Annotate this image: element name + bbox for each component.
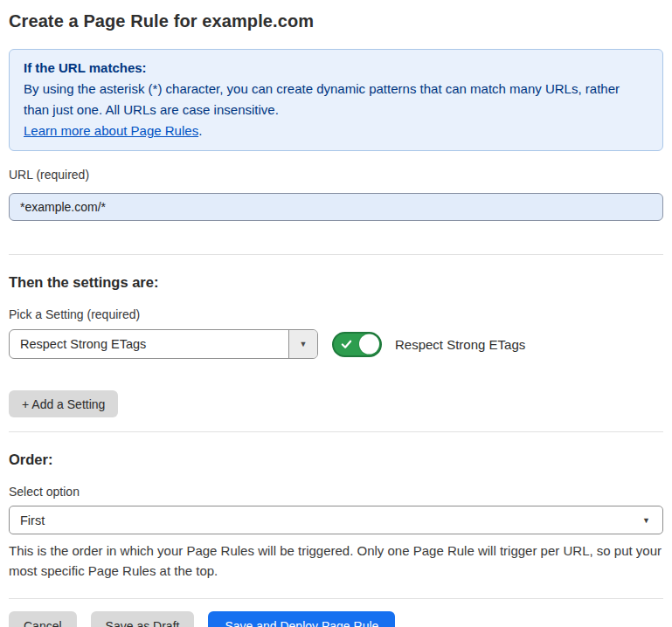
link-period: . [198, 123, 202, 138]
chevron-down-icon: ▼ [642, 516, 650, 525]
order-select[interactable]: First ▼ [9, 506, 663, 534]
setting-dropdown-arrow-button[interactable]: ▼ [288, 330, 317, 358]
footer-actions: Cancel Save as Draft Save and Deploy Pag… [9, 611, 663, 627]
setting-dropdown[interactable]: Respect Strong ETags ▼ [9, 329, 318, 359]
info-box-body: By using the asterisk (*) character, you… [24, 79, 648, 121]
setting-dropdown-value: Respect Strong ETags [10, 330, 288, 358]
order-select-value: First [20, 513, 45, 527]
page-rule-form: Create a Page Rule for example.com If th… [0, 10, 672, 627]
setting-row: Respect Strong ETags ▼ Respect Strong ET… [9, 329, 663, 359]
url-field-label: URL (required) [9, 168, 663, 183]
page-title: Create a Page Rule for example.com [9, 10, 663, 31]
divider [9, 431, 663, 432]
save-deploy-button[interactable]: Save and Deploy Page Rule [208, 611, 395, 627]
url-match-info-box: If the URL matches: By using the asteris… [9, 49, 663, 151]
chevron-down-icon: ▼ [300, 340, 308, 348]
pick-setting-label: Pick a Setting (required) [9, 307, 663, 322]
setting-toggle-label: Respect Strong ETags [395, 337, 525, 352]
order-section-heading: Order: [9, 451, 663, 468]
order-help-text: This is the order in which your Page Rul… [9, 541, 663, 581]
cancel-button[interactable]: Cancel [9, 611, 77, 627]
order-select-label: Select option [9, 485, 663, 500]
save-draft-button[interactable]: Save as Draft [91, 611, 195, 627]
toggle-knob [359, 334, 379, 355]
add-setting-button[interactable]: + Add a Setting [9, 390, 118, 417]
url-input[interactable] [9, 193, 663, 221]
divider [9, 254, 663, 255]
settings-section-heading: Then the settings are: [9, 273, 663, 291]
info-box-heading: If the URL matches: [24, 58, 648, 79]
learn-more-link[interactable]: Learn more about Page Rules [24, 123, 198, 138]
divider [9, 598, 663, 599]
setting-toggle[interactable] [332, 332, 382, 357]
check-icon [341, 339, 352, 350]
info-box-link-line: Learn more about Page Rules. [24, 121, 648, 141]
